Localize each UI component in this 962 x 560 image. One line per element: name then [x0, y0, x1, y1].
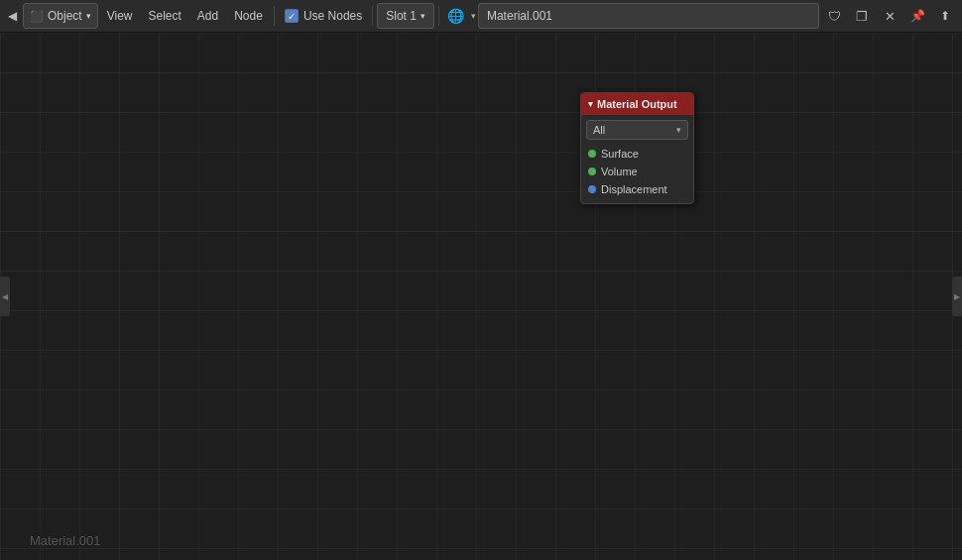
upload-icon: ⬆	[940, 9, 950, 23]
left-panel-handle[interactable]: ◀	[0, 277, 10, 316]
editor-type-icon: ⬛	[30, 10, 44, 23]
socket-volume[interactable]	[588, 168, 596, 175]
socket-surface-label: Surface	[601, 148, 639, 160]
watermark-label: Material.001	[30, 533, 101, 548]
pin-button[interactable]: 📌	[904, 3, 930, 29]
menu-add[interactable]: Add	[190, 3, 225, 29]
socket-volume-label: Volume	[601, 166, 638, 177]
back-button[interactable]: ◀	[4, 3, 21, 29]
use-nodes-label-text: Use Nodes	[303, 9, 362, 23]
copy-icon: ❐	[856, 9, 868, 24]
shield-button[interactable]: 🛡	[821, 3, 847, 29]
right-handle-icon: ▶	[954, 292, 960, 301]
shield-icon: 🛡	[828, 9, 841, 24]
slot-button[interactable]: Slot 1 ▾	[377, 3, 434, 29]
slot-label: Slot 1	[386, 9, 417, 23]
slot-arrow-icon: ▾	[421, 11, 425, 21]
right-panel-handle[interactable]: ▶	[952, 277, 962, 316]
node-header[interactable]: ▾ Material Output	[581, 93, 693, 115]
separator-1	[274, 6, 275, 26]
back-icon: ◀	[8, 9, 17, 23]
socket-row-surface: Surface	[581, 145, 693, 163]
socket-displacement[interactable]	[588, 185, 596, 193]
pin-icon: 📌	[910, 9, 925, 23]
material-name-text: Material.001	[487, 9, 552, 23]
socket-row-displacement: Displacement	[581, 180, 693, 198]
socket-displacement-label: Displacement	[601, 183, 667, 195]
globe-button[interactable]: 🌐	[443, 3, 469, 29]
close-icon: ✕	[885, 9, 896, 24]
node-collapse-arrow: ▾	[588, 99, 593, 109]
editor-type-label: Object	[48, 9, 82, 23]
dropdown-arrow-icon: ▾	[471, 11, 476, 21]
socket-row-volume: Volume	[581, 163, 693, 180]
editor-type-button[interactable]: ⬛ Object ▾	[23, 3, 98, 29]
close-button[interactable]: ✕	[877, 3, 902, 29]
menu-node[interactable]: Node	[227, 3, 270, 29]
socket-surface[interactable]	[588, 150, 596, 158]
menu-view[interactable]: View	[100, 3, 140, 29]
use-nodes-checkbox[interactable]	[285, 9, 299, 23]
node-target-dropdown[interactable]: All ▾	[586, 120, 688, 140]
editor-type-arrow-icon: ▾	[86, 11, 91, 21]
top-bar: ◀ ⬛ Object ▾ View Select Add Node Use No…	[0, 0, 962, 33]
material-name-button[interactable]: Material.001	[478, 3, 819, 29]
use-nodes-toggle[interactable]: Use Nodes	[279, 9, 368, 23]
left-handle-icon: ◀	[2, 292, 8, 301]
separator-2	[372, 6, 373, 26]
separator-3	[438, 6, 439, 26]
material-output-node: ▾ Material Output All ▾ Surface Volume D…	[580, 92, 694, 204]
upload-button[interactable]: ⬆	[932, 3, 958, 29]
copy-button[interactable]: ❐	[849, 3, 875, 29]
globe-icon: 🌐	[447, 8, 464, 24]
node-bottom-padding	[581, 198, 693, 203]
node-dropdown-arrow-icon: ▾	[676, 125, 681, 135]
node-title: Material Output	[597, 98, 677, 110]
node-target-value: All	[593, 124, 605, 136]
node-editor-canvas[interactable]: ◀ ▶ ▾ Material Output All ▾ Surface Volu…	[0, 33, 962, 560]
menu-select[interactable]: Select	[141, 3, 187, 29]
